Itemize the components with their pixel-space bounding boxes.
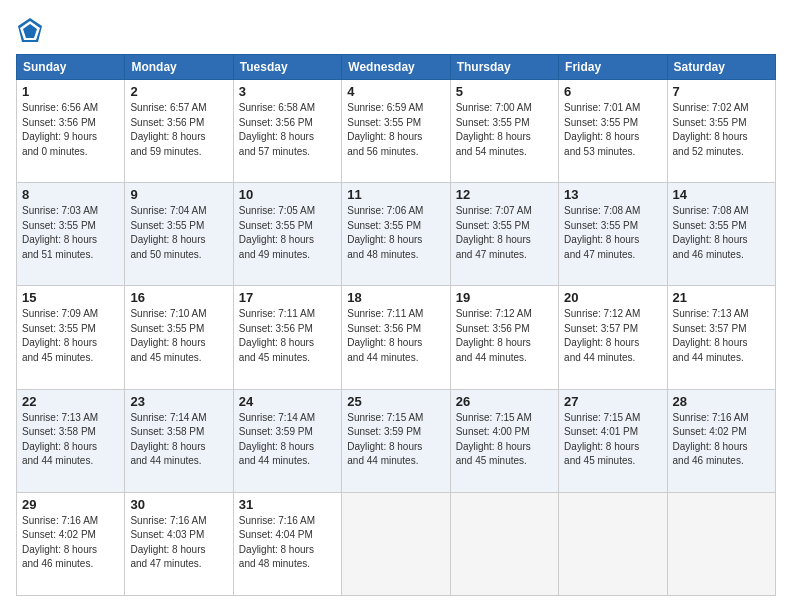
day-number: 9 bbox=[130, 187, 227, 202]
weekday-header: Thursday bbox=[450, 55, 558, 80]
calendar-day-cell: 7Sunrise: 7:02 AM Sunset: 3:55 PM Daylig… bbox=[667, 80, 775, 183]
day-number: 28 bbox=[673, 394, 770, 409]
header bbox=[16, 16, 776, 44]
day-info: Sunrise: 7:11 AM Sunset: 3:56 PM Dayligh… bbox=[347, 307, 444, 365]
day-number: 7 bbox=[673, 84, 770, 99]
calendar-day-cell: 17Sunrise: 7:11 AM Sunset: 3:56 PM Dayli… bbox=[233, 286, 341, 389]
calendar-day-cell: 6Sunrise: 7:01 AM Sunset: 3:55 PM Daylig… bbox=[559, 80, 667, 183]
calendar-day-cell: 16Sunrise: 7:10 AM Sunset: 3:55 PM Dayli… bbox=[125, 286, 233, 389]
day-info: Sunrise: 7:15 AM Sunset: 4:01 PM Dayligh… bbox=[564, 411, 661, 469]
calendar-day-cell bbox=[559, 492, 667, 595]
calendar-day-cell: 18Sunrise: 7:11 AM Sunset: 3:56 PM Dayli… bbox=[342, 286, 450, 389]
calendar-day-cell: 27Sunrise: 7:15 AM Sunset: 4:01 PM Dayli… bbox=[559, 389, 667, 492]
day-number: 22 bbox=[22, 394, 119, 409]
calendar-day-cell: 9Sunrise: 7:04 AM Sunset: 3:55 PM Daylig… bbox=[125, 183, 233, 286]
day-info: Sunrise: 7:03 AM Sunset: 3:55 PM Dayligh… bbox=[22, 204, 119, 262]
day-info: Sunrise: 7:13 AM Sunset: 3:58 PM Dayligh… bbox=[22, 411, 119, 469]
logo-icon bbox=[16, 16, 44, 44]
day-number: 12 bbox=[456, 187, 553, 202]
day-number: 14 bbox=[673, 187, 770, 202]
calendar-day-cell: 20Sunrise: 7:12 AM Sunset: 3:57 PM Dayli… bbox=[559, 286, 667, 389]
day-number: 31 bbox=[239, 497, 336, 512]
calendar-day-cell: 5Sunrise: 7:00 AM Sunset: 3:55 PM Daylig… bbox=[450, 80, 558, 183]
day-info: Sunrise: 7:16 AM Sunset: 4:02 PM Dayligh… bbox=[22, 514, 119, 572]
calendar-day-cell: 11Sunrise: 7:06 AM Sunset: 3:55 PM Dayli… bbox=[342, 183, 450, 286]
day-number: 23 bbox=[130, 394, 227, 409]
day-info: Sunrise: 7:16 AM Sunset: 4:03 PM Dayligh… bbox=[130, 514, 227, 572]
day-number: 18 bbox=[347, 290, 444, 305]
day-number: 21 bbox=[673, 290, 770, 305]
weekday-header-row: SundayMondayTuesdayWednesdayThursdayFrid… bbox=[17, 55, 776, 80]
day-number: 8 bbox=[22, 187, 119, 202]
calendar-day-cell: 28Sunrise: 7:16 AM Sunset: 4:02 PM Dayli… bbox=[667, 389, 775, 492]
day-info: Sunrise: 6:56 AM Sunset: 3:56 PM Dayligh… bbox=[22, 101, 119, 159]
day-info: Sunrise: 7:04 AM Sunset: 3:55 PM Dayligh… bbox=[130, 204, 227, 262]
day-number: 16 bbox=[130, 290, 227, 305]
calendar-day-cell: 3Sunrise: 6:58 AM Sunset: 3:56 PM Daylig… bbox=[233, 80, 341, 183]
day-info: Sunrise: 7:05 AM Sunset: 3:55 PM Dayligh… bbox=[239, 204, 336, 262]
day-number: 10 bbox=[239, 187, 336, 202]
day-number: 27 bbox=[564, 394, 661, 409]
day-number: 20 bbox=[564, 290, 661, 305]
day-number: 25 bbox=[347, 394, 444, 409]
calendar-day-cell bbox=[450, 492, 558, 595]
day-number: 1 bbox=[22, 84, 119, 99]
page: SundayMondayTuesdayWednesdayThursdayFrid… bbox=[0, 0, 792, 612]
day-info: Sunrise: 6:59 AM Sunset: 3:55 PM Dayligh… bbox=[347, 101, 444, 159]
calendar-day-cell: 23Sunrise: 7:14 AM Sunset: 3:58 PM Dayli… bbox=[125, 389, 233, 492]
calendar-week-row: 22Sunrise: 7:13 AM Sunset: 3:58 PM Dayli… bbox=[17, 389, 776, 492]
weekday-header: Saturday bbox=[667, 55, 775, 80]
day-info: Sunrise: 7:14 AM Sunset: 3:59 PM Dayligh… bbox=[239, 411, 336, 469]
day-number: 15 bbox=[22, 290, 119, 305]
day-info: Sunrise: 7:10 AM Sunset: 3:55 PM Dayligh… bbox=[130, 307, 227, 365]
calendar-day-cell bbox=[342, 492, 450, 595]
day-info: Sunrise: 7:12 AM Sunset: 3:57 PM Dayligh… bbox=[564, 307, 661, 365]
day-info: Sunrise: 7:12 AM Sunset: 3:56 PM Dayligh… bbox=[456, 307, 553, 365]
calendar-day-cell: 15Sunrise: 7:09 AM Sunset: 3:55 PM Dayli… bbox=[17, 286, 125, 389]
day-info: Sunrise: 7:01 AM Sunset: 3:55 PM Dayligh… bbox=[564, 101, 661, 159]
day-number: 30 bbox=[130, 497, 227, 512]
calendar-day-cell: 22Sunrise: 7:13 AM Sunset: 3:58 PM Dayli… bbox=[17, 389, 125, 492]
day-info: Sunrise: 7:09 AM Sunset: 3:55 PM Dayligh… bbox=[22, 307, 119, 365]
day-info: Sunrise: 6:57 AM Sunset: 3:56 PM Dayligh… bbox=[130, 101, 227, 159]
calendar-day-cell bbox=[667, 492, 775, 595]
calendar-day-cell: 4Sunrise: 6:59 AM Sunset: 3:55 PM Daylig… bbox=[342, 80, 450, 183]
weekday-header: Wednesday bbox=[342, 55, 450, 80]
calendar-table: SundayMondayTuesdayWednesdayThursdayFrid… bbox=[16, 54, 776, 596]
day-info: Sunrise: 7:15 AM Sunset: 4:00 PM Dayligh… bbox=[456, 411, 553, 469]
calendar-day-cell: 24Sunrise: 7:14 AM Sunset: 3:59 PM Dayli… bbox=[233, 389, 341, 492]
day-number: 3 bbox=[239, 84, 336, 99]
calendar-day-cell: 8Sunrise: 7:03 AM Sunset: 3:55 PM Daylig… bbox=[17, 183, 125, 286]
weekday-header: Monday bbox=[125, 55, 233, 80]
day-number: 26 bbox=[456, 394, 553, 409]
calendar-day-cell: 30Sunrise: 7:16 AM Sunset: 4:03 PM Dayli… bbox=[125, 492, 233, 595]
calendar-day-cell: 14Sunrise: 7:08 AM Sunset: 3:55 PM Dayli… bbox=[667, 183, 775, 286]
calendar-week-row: 29Sunrise: 7:16 AM Sunset: 4:02 PM Dayli… bbox=[17, 492, 776, 595]
day-info: Sunrise: 7:16 AM Sunset: 4:04 PM Dayligh… bbox=[239, 514, 336, 572]
day-number: 4 bbox=[347, 84, 444, 99]
weekday-header: Friday bbox=[559, 55, 667, 80]
day-info: Sunrise: 7:08 AM Sunset: 3:55 PM Dayligh… bbox=[564, 204, 661, 262]
calendar-day-cell: 2Sunrise: 6:57 AM Sunset: 3:56 PM Daylig… bbox=[125, 80, 233, 183]
day-number: 24 bbox=[239, 394, 336, 409]
day-info: Sunrise: 7:14 AM Sunset: 3:58 PM Dayligh… bbox=[130, 411, 227, 469]
calendar-day-cell: 29Sunrise: 7:16 AM Sunset: 4:02 PM Dayli… bbox=[17, 492, 125, 595]
day-info: Sunrise: 6:58 AM Sunset: 3:56 PM Dayligh… bbox=[239, 101, 336, 159]
logo bbox=[16, 16, 48, 44]
calendar-day-cell: 12Sunrise: 7:07 AM Sunset: 3:55 PM Dayli… bbox=[450, 183, 558, 286]
calendar-day-cell: 13Sunrise: 7:08 AM Sunset: 3:55 PM Dayli… bbox=[559, 183, 667, 286]
day-number: 19 bbox=[456, 290, 553, 305]
calendar-day-cell: 25Sunrise: 7:15 AM Sunset: 3:59 PM Dayli… bbox=[342, 389, 450, 492]
day-info: Sunrise: 7:00 AM Sunset: 3:55 PM Dayligh… bbox=[456, 101, 553, 159]
calendar-day-cell: 10Sunrise: 7:05 AM Sunset: 3:55 PM Dayli… bbox=[233, 183, 341, 286]
calendar-day-cell: 26Sunrise: 7:15 AM Sunset: 4:00 PM Dayli… bbox=[450, 389, 558, 492]
weekday-header: Sunday bbox=[17, 55, 125, 80]
day-number: 2 bbox=[130, 84, 227, 99]
day-info: Sunrise: 7:07 AM Sunset: 3:55 PM Dayligh… bbox=[456, 204, 553, 262]
day-info: Sunrise: 7:11 AM Sunset: 3:56 PM Dayligh… bbox=[239, 307, 336, 365]
weekday-header: Tuesday bbox=[233, 55, 341, 80]
day-number: 5 bbox=[456, 84, 553, 99]
calendar-week-row: 15Sunrise: 7:09 AM Sunset: 3:55 PM Dayli… bbox=[17, 286, 776, 389]
day-info: Sunrise: 7:08 AM Sunset: 3:55 PM Dayligh… bbox=[673, 204, 770, 262]
calendar-week-row: 8Sunrise: 7:03 AM Sunset: 3:55 PM Daylig… bbox=[17, 183, 776, 286]
